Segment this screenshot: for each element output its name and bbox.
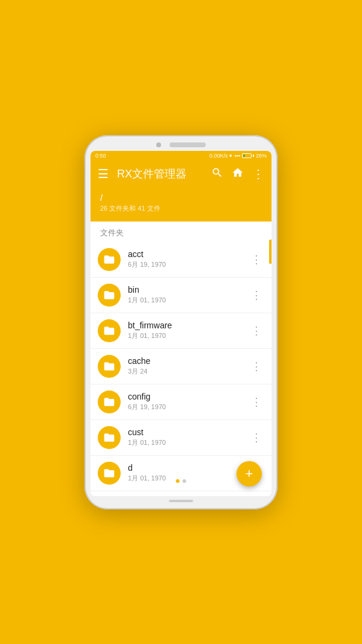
section-header: 文件夹 <box>91 222 272 242</box>
file-info: config 6月 19, 1970 <box>128 392 249 412</box>
folder-icon <box>98 284 121 307</box>
dot-1 <box>176 479 180 483</box>
folder-icon <box>98 248 121 271</box>
file-date: 1月 01, 1970 <box>128 296 249 305</box>
file-info: acct 6月 19, 1970 <box>128 249 249 269</box>
front-camera <box>156 142 161 147</box>
fab-container: + <box>237 461 262 486</box>
list-item[interactable]: bt_firmware 1月 01, 1970 ⋮ <box>91 313 272 349</box>
file-more-button[interactable]: ⋮ <box>249 429 264 447</box>
speaker <box>170 142 206 147</box>
file-more-button[interactable]: ⋮ <box>249 286 264 304</box>
wifi-icon: ▾ <box>229 153 232 159</box>
status-bar: 0:50 0.00K/s ▾ ▪▪▪ 26% <box>91 151 272 161</box>
folder-icon <box>98 355 121 378</box>
status-time: 0:50 <box>95 153 106 159</box>
breadcrumb-info: 26 文件夹和 41 文件 <box>100 204 262 213</box>
status-right: 0.00K/s ▾ ▪▪▪ 26% <box>209 153 267 159</box>
folder-icon <box>98 319 121 342</box>
battery-icon <box>242 153 254 158</box>
app-title: RX文件管理器 <box>117 167 203 181</box>
list-item[interactable]: acct 6月 19, 1970 ⋮ <box>91 242 272 278</box>
file-more-button[interactable]: ⋮ <box>249 322 264 340</box>
folder-icon <box>98 426 121 449</box>
file-name: bin <box>128 285 249 295</box>
home-button[interactable] <box>232 167 244 182</box>
battery-percent: 26% <box>256 153 267 159</box>
file-more-button[interactable]: ⋮ <box>249 357 264 375</box>
list-item[interactable]: config 6月 19, 1970 ⋮ <box>91 384 272 420</box>
list-item[interactable]: cust 1月 01, 1970 ⋮ <box>91 420 272 456</box>
phone-home-bar <box>169 500 193 502</box>
file-name: config <box>128 392 249 401</box>
file-name: d <box>128 463 249 473</box>
app-bar: ☰ RX文件管理器 ⋮ <box>91 161 272 188</box>
signal-icon: ▪▪▪ <box>234 153 240 159</box>
file-info: cust 1月 01, 1970 <box>128 427 249 447</box>
file-more-button[interactable]: ⋮ <box>249 393 264 411</box>
file-info: d 1月 01, 1970 <box>128 463 249 483</box>
dot-2 <box>183 479 186 483</box>
file-info: bin 1月 01, 1970 <box>128 285 249 305</box>
file-date: 1月 01, 1970 <box>128 438 249 447</box>
file-name: cust <box>128 427 249 437</box>
page-dots <box>176 479 186 483</box>
list-item[interactable]: bin 1月 01, 1970 ⋮ <box>91 278 272 313</box>
file-list-container[interactable]: 文件夹 acct 6月 19, 1970 ⋮ bin 1月 01, 1970 ⋮ <box>91 222 272 496</box>
folder-icon <box>98 462 121 485</box>
file-name: cache <box>128 356 249 366</box>
screen: 0:50 0.00K/s ▾ ▪▪▪ 26% ☰ RX文件管理器 <box>91 151 272 496</box>
breadcrumb-bar: / 26 文件夹和 41 文件 <box>91 188 272 222</box>
search-button[interactable] <box>211 167 223 182</box>
file-date: 6月 19, 1970 <box>128 260 249 269</box>
more-button[interactable]: ⋮ <box>252 167 264 181</box>
breadcrumb-path: / <box>100 193 262 203</box>
file-name: acct <box>128 249 249 259</box>
file-date: 6月 19, 1970 <box>128 403 249 412</box>
network-speed: 0.00K/s <box>209 153 228 159</box>
folder-icon <box>98 391 121 413</box>
file-name: bt_firmware <box>128 320 249 330</box>
file-date: 1月 01, 1970 <box>128 331 249 340</box>
phone-frame: 0:50 0.00K/s ▾ ▪▪▪ 26% ☰ RX文件管理器 <box>84 135 278 509</box>
fab-button[interactable]: + <box>237 461 262 486</box>
file-date: 1月 01, 1970 <box>128 474 249 483</box>
file-date: 3月 24 <box>128 367 249 376</box>
file-more-button[interactable]: ⋮ <box>249 250 264 269</box>
menu-button[interactable]: ☰ <box>98 167 109 181</box>
file-info: cache 3月 24 <box>128 356 249 376</box>
file-list: acct 6月 19, 1970 ⋮ bin 1月 01, 1970 ⋮ bt_… <box>91 242 272 491</box>
file-info: bt_firmware 1月 01, 1970 <box>128 320 249 340</box>
phone-top <box>91 142 272 147</box>
list-item[interactable]: cache 3月 24 ⋮ <box>91 349 272 384</box>
